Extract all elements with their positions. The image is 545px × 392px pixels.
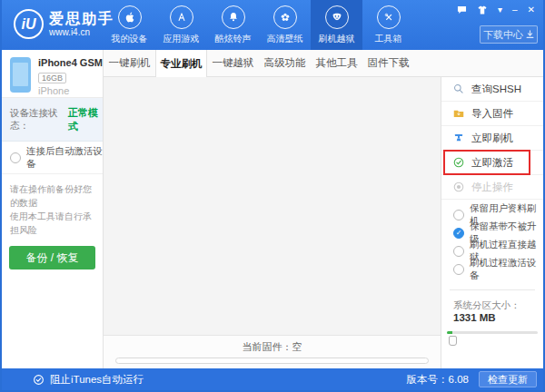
auto-activate-label: 连接后自动激活设备	[26, 145, 103, 171]
auto-activate-option[interactable]: 连接后自动激活设备	[2, 142, 103, 174]
slider-track[interactable]	[447, 331, 538, 334]
import-firmware-button[interactable]: 导入固件	[441, 102, 543, 126]
header: iU 爱思助手 www.i4.cn 我的设备 应用游戏	[2, 0, 543, 50]
device-name: iPhone4 GSM	[38, 57, 103, 68]
download-icon	[526, 30, 534, 39]
app-window: iU 爱思助手 www.i4.cn 我的设备 应用游戏	[0, 0, 545, 392]
check-update-button[interactable]: 检查更新	[479, 371, 537, 387]
bell-icon	[222, 5, 245, 29]
tab-pro-flash[interactable]: 专业刷机	[155, 50, 207, 77]
connection-status-value: 正常模式	[68, 106, 103, 133]
flash-tabs: 一键刷机 专业刷机 一键越狱 高级功能 其他工具 固件下载	[104, 50, 543, 77]
stop-operation-button[interactable]: 停止操作	[441, 175, 543, 200]
system-partition-size: 系统分区大小：1331 MB	[441, 299, 543, 323]
device-model: iPhone	[38, 85, 103, 96]
current-firmware-label: 当前固件：空	[243, 340, 302, 354]
check-circle-icon	[33, 374, 45, 386]
flash-brush-icon	[452, 132, 465, 144]
apple-icon	[118, 5, 142, 29]
device-capacity-badge: 16GB	[38, 73, 66, 83]
nav-label: 酷炫铃声	[215, 33, 252, 45]
radio-icon[interactable]	[453, 210, 464, 220]
backup-restore-button[interactable]: 备份 / 恢复	[9, 246, 95, 270]
flash-now-button[interactable]: 立即刷机	[441, 126, 543, 151]
nav-item-wallpapers[interactable]: 高清壁纸	[259, 0, 311, 50]
activate-check-icon	[452, 156, 465, 169]
version-label: 版本号：6.08	[407, 373, 469, 387]
download-center-label: 下载中心	[483, 28, 523, 42]
device-sidebar: iPhone4 GSM 16GB iPhone 设备连接状态：正常模式 连接后自…	[2, 50, 104, 368]
status-bar: 阻止iTunes自动运行 版本号：6.08 检查更新	[2, 368, 543, 390]
option-activate-during-flash[interactable]: 刷机过程激活设备	[441, 260, 543, 279]
close-icon[interactable]: ✕	[528, 5, 535, 15]
activate-now-button[interactable]: 立即激活	[441, 151, 543, 175]
minimize-icon[interactable]: –	[512, 5, 518, 15]
menu-icon[interactable]: ▾	[498, 5, 502, 15]
feedback-icon[interactable]	[457, 5, 467, 15]
mask-icon	[325, 5, 349, 29]
slider-handle[interactable]	[449, 336, 457, 346]
current-firmware-strip: 当前固件：空	[104, 335, 441, 368]
nav-label: 刷机越狱	[319, 33, 355, 45]
nav-label: 高清壁纸	[267, 33, 303, 45]
block-itunes-label: 阻止iTunes自动运行	[50, 373, 144, 387]
nav-item-toolbox[interactable]: 工具箱	[362, 0, 414, 50]
radio-checked-icon[interactable]	[453, 228, 464, 239]
nav-item-apps-games[interactable]: 应用游戏	[155, 0, 207, 50]
tab-other-tools[interactable]: 其他工具	[311, 50, 362, 76]
nav-label: 应用游戏	[164, 33, 200, 45]
theme-icon[interactable]	[477, 5, 488, 15]
logo-badge-icon: iU	[14, 9, 44, 39]
nav-label: 我的设备	[112, 33, 148, 45]
main-panel: 当前固件：空	[104, 77, 441, 368]
nav-item-flash-jailbreak[interactable]: 刷机越狱	[311, 0, 362, 50]
nav-item-ringtones[interactable]: 酷炫铃声	[207, 0, 259, 50]
radio-icon[interactable]	[453, 264, 464, 275]
stop-icon	[452, 181, 465, 193]
device-info: iPhone4 GSM 16GB iPhone	[2, 50, 103, 98]
partition-size-value: 1331 MB	[453, 312, 496, 323]
block-itunes-toggle[interactable]: 阻止iTunes自动运行	[33, 373, 144, 387]
connection-status: 设备连接状态：正常模式	[2, 98, 103, 142]
download-center-button[interactable]: 下载中心	[480, 25, 538, 44]
nav-label: 工具箱	[375, 33, 402, 45]
iphone-icon	[10, 57, 31, 93]
flash-options: 保留用户资料刷机 保留基带不被升级 刷机过程直接越狱 刷机过程激活设备	[441, 200, 543, 279]
import-firmware-icon	[452, 107, 465, 120]
tab-firmware-download[interactable]: 固件下载	[362, 50, 414, 76]
connection-status-label: 设备连接状态：	[10, 107, 68, 132]
action-sidebar: 查询SHSH 导入固件 立即刷机 立即激活	[441, 77, 543, 368]
tab-advanced[interactable]: 高级功能	[259, 50, 311, 76]
slider-fill	[447, 331, 452, 334]
app-logo: iU 爱思助手 www.i4.cn	[14, 9, 114, 39]
tab-one-key-jailbreak[interactable]: 一键越狱	[207, 50, 259, 76]
query-shsh-button[interactable]: 查询SHSH	[441, 77, 543, 102]
firmware-list-area	[104, 77, 441, 335]
flash-progress-bar	[115, 358, 429, 364]
tab-one-key-flash[interactable]: 一键刷机	[104, 50, 155, 76]
appstore-icon	[170, 5, 193, 29]
partition-size-slider[interactable]	[447, 331, 538, 348]
divider	[450, 289, 535, 290]
tools-icon	[377, 5, 401, 29]
main-nav: 我的设备 应用游戏 酷炫铃声 高清壁纸	[104, 0, 414, 50]
warning-text: 请在操作前备份好您的数据 使用本工具请自行承担风险	[2, 174, 103, 237]
window-controls: ▾ – ✕	[457, 5, 535, 15]
nav-item-my-devices[interactable]: 我的设备	[104, 0, 155, 50]
radio-icon[interactable]	[10, 152, 21, 163]
flower-icon	[273, 5, 297, 29]
shsh-search-icon	[452, 83, 465, 95]
radio-icon[interactable]	[453, 246, 464, 257]
